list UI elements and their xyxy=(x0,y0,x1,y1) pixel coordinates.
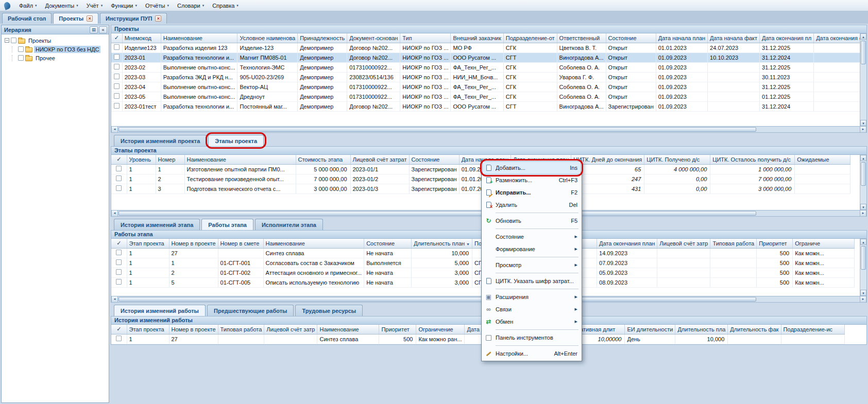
scroll-right-icon[interactable]: ► xyxy=(860,296,866,302)
column-header[interactable]: Длительность пла xyxy=(675,325,728,334)
vertical-scrollbar[interactable]: ▲▼ xyxy=(860,155,866,210)
extensions-menu-item[interactable]: ▣Расширения▶ xyxy=(483,291,581,303)
column-header[interactable]: Стоимость этапа xyxy=(296,155,350,164)
scroll-down-icon[interactable]: ▼ xyxy=(860,204,866,210)
column-header[interactable]: ЦИТК. Дней до окончания xyxy=(571,155,644,164)
column-header[interactable]: Лицевой счёт затрат xyxy=(350,155,409,164)
column-header[interactable]: ✓ xyxy=(111,155,127,164)
column-header[interactable]: Состояние xyxy=(606,33,656,43)
row-checkbox[interactable] xyxy=(116,269,122,275)
column-header[interactable]: Ограничение xyxy=(416,325,465,334)
row-checkbox[interactable] xyxy=(116,166,122,171)
scrollbar-track[interactable] xyxy=(118,127,860,132)
add-menu-item[interactable]: Добавить...Ins xyxy=(483,162,581,174)
exchange-menu-item[interactable]: ⇄Обмен▶ xyxy=(483,315,581,328)
citk-menu-item[interactable]: ЦИТК. Указать шифр затрат... xyxy=(483,275,581,287)
checkbox[interactable] xyxy=(18,46,24,52)
collapse-sidebar-icon[interactable]: « xyxy=(99,26,107,33)
column-header[interactable]: Дата окончания пл xyxy=(760,33,814,43)
close-icon[interactable]: × xyxy=(87,15,93,22)
scroll-up-icon[interactable]: ▲ xyxy=(860,239,866,245)
settings-menu-item[interactable]: Настройки...Alt+Enter xyxy=(483,347,581,360)
table-row[interactable]: 127Синтез сплава500Как можно ран...10,00… xyxy=(111,334,844,344)
scroll-up-icon[interactable]: ▲ xyxy=(860,33,866,40)
table-row[interactable]: Изделие123Разработка изделия 123Изделие-… xyxy=(111,43,866,52)
window-tab-projects[interactable]: Проекты× xyxy=(53,13,98,24)
stage-history-tab[interactable]: История изменений этапа xyxy=(114,219,200,230)
tree-item-projects-root[interactable]: −Проекты xyxy=(3,36,108,45)
column-header[interactable]: Дата окончания ф xyxy=(814,33,866,43)
column-header[interactable]: Тип xyxy=(400,33,451,43)
column-header[interactable]: Подразделение-от xyxy=(503,33,557,43)
window-tab-desktop[interactable]: Рабочий стол xyxy=(2,13,52,24)
scroll-right-icon[interactable]: ► xyxy=(860,210,866,216)
links-menu-item[interactable]: ∞Связи▶ xyxy=(483,303,581,315)
scrollbar-thumb[interactable] xyxy=(861,41,866,64)
column-header[interactable]: ✓ xyxy=(111,325,127,334)
column-header[interactable]: Длительность фак xyxy=(728,325,781,334)
formation-menu-item[interactable]: Формирование▶ xyxy=(483,243,581,255)
column-header[interactable]: Наименование xyxy=(161,33,237,43)
column-header[interactable]: Длительность план▼ xyxy=(412,239,472,248)
column-header[interactable]: Подразделение-ис xyxy=(781,325,844,334)
column-header[interactable]: Дата начала факт xyxy=(708,33,760,43)
menubar-item-documents[interactable]: Документы▾ xyxy=(41,0,82,11)
column-header[interactable]: Наименование xyxy=(317,325,379,334)
column-header[interactable]: ЕИ длительности xyxy=(625,325,675,334)
menubar-item-accounting[interactable]: Учёт▾ xyxy=(82,0,107,11)
column-header[interactable]: Лицевой счёт затр xyxy=(264,325,317,334)
column-header[interactable]: Документ-основан xyxy=(347,33,400,43)
row-checkbox[interactable] xyxy=(116,175,122,181)
column-header[interactable]: ЦИТК. Получено д/с xyxy=(644,155,710,164)
column-header[interactable]: Дата начала план xyxy=(656,33,707,43)
scrollbar-thumb[interactable] xyxy=(861,246,866,270)
refresh-menu-item[interactable]: ↻ОбновитьF5 xyxy=(483,215,581,227)
row-checkbox[interactable] xyxy=(114,74,120,79)
menubar-item-reports[interactable]: Отчёты▾ xyxy=(141,0,173,11)
row-checkbox[interactable] xyxy=(114,103,120,109)
row-checkbox[interactable] xyxy=(114,93,120,99)
scroll-left-icon[interactable]: ◄ xyxy=(111,210,118,216)
column-header[interactable]: Наименование xyxy=(263,239,364,248)
work-history-tab[interactable]: История изменений работы xyxy=(114,305,206,316)
table-row[interactable]: 2023-01Разработка технологии и...Магнит … xyxy=(111,52,866,62)
menubar-item-dictionaries[interactable]: Словари▾ xyxy=(173,0,208,11)
table-row[interactable]: 2023-03Разработка ЭКД и РКД н...905-U020… xyxy=(111,72,866,82)
tree-item-other[interactable]: Прочее xyxy=(3,54,108,62)
scroll-left-icon[interactable]: ◄ xyxy=(111,296,118,302)
scrollbar-thumb[interactable] xyxy=(118,297,756,302)
column-header[interactable]: Состояние xyxy=(409,155,459,164)
collapse-expander-icon[interactable]: − xyxy=(5,38,9,43)
row-checkbox[interactable] xyxy=(114,64,120,69)
tree-options-icon[interactable]: ⊞ xyxy=(90,26,98,33)
menubar-item-help[interactable]: Справка▾ xyxy=(208,0,243,11)
scroll-right-icon[interactable]: ► xyxy=(860,127,866,132)
checkbox[interactable] xyxy=(11,38,16,43)
menubar-item-functions[interactable]: Функции▾ xyxy=(107,0,141,11)
row-checkbox[interactable] xyxy=(116,279,122,285)
column-header[interactable]: Приоритет xyxy=(757,239,793,248)
column-header[interactable]: ЦИТК. Осталось получить д/с xyxy=(710,155,795,164)
column-header[interactable]: Дата окончания план xyxy=(597,239,657,248)
scroll-up-icon[interactable]: ▲ xyxy=(860,155,866,161)
column-header[interactable]: Ожидаемые xyxy=(795,155,850,164)
column-header[interactable]: Номер xyxy=(156,155,184,164)
scroll-left-icon[interactable]: ◄ xyxy=(111,127,118,132)
delete-menu-item[interactable]: ×УдалитьDel xyxy=(483,199,581,211)
column-header[interactable]: Ответственный xyxy=(557,33,606,43)
column-header[interactable]: Принадлежность xyxy=(298,33,347,43)
scrollbar-thumb[interactable] xyxy=(861,162,866,186)
preceding-works-tab[interactable]: Предшествующие работы xyxy=(207,305,294,316)
scroll-down-icon[interactable]: ▼ xyxy=(860,120,866,126)
column-header[interactable]: Типовая работа xyxy=(218,325,264,334)
column-header[interactable]: Номер в проекте xyxy=(169,239,218,248)
table-row[interactable]: 2023-04Выполнение опытно-конс...Вектор-А… xyxy=(111,82,866,92)
column-header[interactable]: Наименование xyxy=(184,155,296,164)
menubar-item-file[interactable]: Файл▾ xyxy=(15,0,41,11)
close-icon[interactable]: × xyxy=(155,15,161,22)
vertical-scrollbar[interactable]: ▲▼ xyxy=(860,33,866,126)
column-header[interactable]: Лицевой счёт затр xyxy=(657,239,710,248)
column-header[interactable]: Уровень xyxy=(127,155,156,164)
tree-item-niokr-goz[interactable]: НИОКР по ГОЗ без НДС xyxy=(3,45,108,54)
scroll-down-icon[interactable]: ▼ xyxy=(860,290,866,296)
